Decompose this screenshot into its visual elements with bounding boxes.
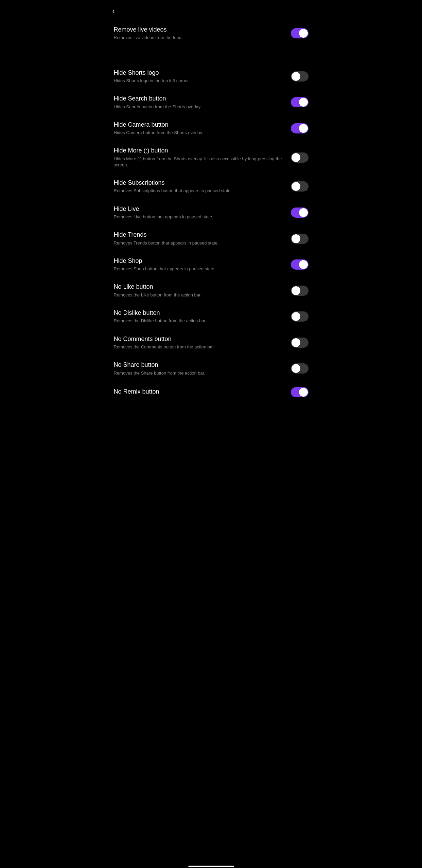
- toggle-thumb: [292, 364, 300, 373]
- toggle-switch[interactable]: [291, 234, 309, 244]
- toggle-switch[interactable]: [291, 152, 309, 163]
- setting-title-no-remix-button: No Remix button: [114, 388, 284, 396]
- setting-item-hide-live: Hide LiveRemoves Live button that appear…: [106, 200, 317, 226]
- toggle-thumb: [292, 312, 300, 321]
- toggle-track: [291, 259, 309, 270]
- setting-text-hide-trends: Hide TrendsRemoves Trends button that ap…: [114, 231, 291, 246]
- setting-text-no-share-button: No Share buttonRemoves the Share button …: [114, 361, 291, 376]
- setting-title-hide-subscriptions: Hide Subscriptions: [114, 179, 284, 187]
- setting-text-no-dislike-button: No Dislike buttonRemoves the Dislike but…: [114, 309, 291, 324]
- toggle-switch[interactable]: [291, 338, 309, 348]
- top-items-section: Remove live videosRemoves live videos fr…: [106, 20, 317, 47]
- toggle-track: [291, 71, 309, 82]
- toggle-thumb: [292, 286, 300, 295]
- setting-title-no-share-button: No Share button: [114, 361, 284, 369]
- setting-description-hide-camera-button: Hides Camera button from the Shorts over…: [114, 130, 284, 136]
- setting-text-hide-camera-button: Hide Camera buttonHides Camera button fr…: [114, 121, 291, 136]
- back-button[interactable]: ‹: [111, 6, 116, 16]
- setting-item-no-like-button: No Like buttonRemoves the Like button fr…: [106, 277, 317, 304]
- setting-text-no-like-button: No Like buttonRemoves the Like button fr…: [114, 283, 291, 298]
- toggle-track: [291, 97, 309, 107]
- setting-item-no-dislike-button: No Dislike buttonRemoves the Dislike but…: [106, 304, 317, 330]
- setting-title-no-like-button: No Like button: [114, 283, 284, 291]
- setting-description-no-like-button: Removes the Like button from the action …: [114, 292, 284, 298]
- setting-description-remove-live-videos: Removes live videos from the feed.: [114, 35, 284, 41]
- setting-title-hide-search-button: Hide Search button: [114, 95, 284, 103]
- setting-title-remove-live-videos: Remove live videos: [114, 26, 284, 34]
- toggle-track: [291, 286, 309, 296]
- setting-text-remove-live-videos: Remove live videosRemoves live videos fr…: [114, 26, 291, 41]
- interface-items-section: Hide Shorts logoHides Shorts logo in the…: [106, 64, 317, 399]
- settings-list: Remove live videosRemoves live videos fr…: [106, 20, 317, 406]
- setting-item-hide-more-button: Hide More (:) buttonHides More (:) butto…: [106, 141, 317, 174]
- setting-title-hide-trends: Hide Trends: [114, 231, 284, 239]
- setting-text-hide-shorts-logo: Hide Shorts logoHides Shorts logo in the…: [114, 69, 291, 84]
- setting-item-hide-camera-button: Hide Camera buttonHides Camera button fr…: [106, 115, 317, 142]
- toggle-track: [291, 387, 309, 397]
- toggle-switch[interactable]: [291, 123, 309, 133]
- setting-description-hide-shop: Removes Shop button that appears in paus…: [114, 266, 284, 272]
- toggle-track: [291, 152, 309, 163]
- toggle-thumb: [299, 260, 308, 269]
- toggle-switch[interactable]: [291, 259, 309, 270]
- toggle-switch[interactable]: [291, 363, 309, 374]
- toggle-thumb: [299, 98, 308, 107]
- setting-text-hide-more-button: Hide More (:) buttonHides More (:) butto…: [114, 147, 291, 168]
- setting-text-hide-search-button: Hide Search buttonHides Search button fr…: [114, 95, 291, 110]
- toggle-thumb: [292, 338, 300, 347]
- toggle-thumb: [299, 208, 308, 217]
- setting-description-hide-search-button: Hides Search button from the Shorts over…: [114, 104, 284, 110]
- toggle-switch[interactable]: [291, 28, 309, 38]
- setting-title-hide-camera-button: Hide Camera button: [114, 121, 284, 129]
- setting-description-no-share-button: Removes the Share button from the action…: [114, 370, 284, 376]
- toggle-track: [291, 207, 309, 218]
- setting-item-hide-subscriptions: Hide SubscriptionsRemoves Subscriptions …: [106, 174, 317, 200]
- toggle-thumb: [292, 72, 300, 81]
- setting-item-no-share-button: No Share buttonRemoves the Share button …: [106, 356, 317, 382]
- toggle-switch[interactable]: [291, 97, 309, 107]
- setting-text-hide-subscriptions: Hide SubscriptionsRemoves Subscriptions …: [114, 179, 291, 194]
- setting-text-hide-shop: Hide ShopRemoves Shop button that appear…: [114, 257, 291, 272]
- toggle-thumb: [299, 388, 308, 397]
- setting-item-hide-shorts-logo: Hide Shorts logoHides Shorts logo in the…: [106, 64, 317, 90]
- setting-description-hide-live: Removes Live button that appears in paus…: [114, 214, 284, 220]
- setting-item-no-comments-button: No Comments buttonRemoves the Comments b…: [106, 330, 317, 356]
- toggle-track: [291, 234, 309, 244]
- spacer: [106, 47, 317, 53]
- toggle-switch[interactable]: [291, 207, 309, 218]
- toggle-thumb: [292, 153, 300, 162]
- toggle-switch[interactable]: [291, 71, 309, 82]
- setting-title-no-dislike-button: No Dislike button: [114, 309, 284, 317]
- toggle-track: [291, 311, 309, 322]
- toggle-switch[interactable]: [291, 387, 309, 397]
- header: ‹: [106, 0, 317, 20]
- setting-item-hide-shop: Hide ShopRemoves Shop button that appear…: [106, 252, 317, 278]
- setting-item-remove-live-videos: Remove live videosRemoves live videos fr…: [106, 20, 317, 47]
- setting-title-hide-live: Hide Live: [114, 205, 284, 213]
- setting-item-no-remix-button: No Remix button: [106, 382, 317, 399]
- setting-text-no-remix-button: No Remix button: [114, 388, 291, 397]
- setting-item-hide-trends: Hide TrendsRemoves Trends button that ap…: [106, 225, 317, 252]
- setting-description-no-comments-button: Removes the Comments button from the act…: [114, 344, 284, 350]
- toggle-track: [291, 338, 309, 348]
- toggle-track: [291, 363, 309, 374]
- setting-item-hide-search-button: Hide Search buttonHides Search button fr…: [106, 89, 317, 115]
- setting-description-hide-shorts-logo: Hides Shorts logo in the top left corner…: [114, 78, 284, 84]
- toggle-switch[interactable]: [291, 286, 309, 296]
- toggle-track: [291, 181, 309, 192]
- toggle-track: [291, 28, 309, 38]
- setting-title-no-comments-button: No Comments button: [114, 335, 284, 343]
- setting-title-hide-shop: Hide Shop: [114, 257, 284, 265]
- toggle-track: [291, 123, 309, 133]
- setting-description-hide-subscriptions: Removes Subscriptions button that appear…: [114, 188, 284, 194]
- toggle-thumb: [292, 234, 300, 243]
- setting-description-hide-more-button: Hides More (:) button from the Shorts ov…: [114, 156, 284, 168]
- setting-description-no-dislike-button: Removes the Dislike button from the acti…: [114, 318, 284, 324]
- interface-section-label: [106, 53, 317, 64]
- setting-text-hide-live: Hide LiveRemoves Live button that appear…: [114, 205, 291, 220]
- toggle-switch[interactable]: [291, 181, 309, 192]
- setting-text-no-comments-button: No Comments buttonRemoves the Comments b…: [114, 335, 291, 350]
- setting-description-hide-trends: Removes Trends button that appears in pa…: [114, 240, 284, 246]
- toggle-switch[interactable]: [291, 311, 309, 322]
- setting-title-hide-more-button: Hide More (:) button: [114, 147, 284, 155]
